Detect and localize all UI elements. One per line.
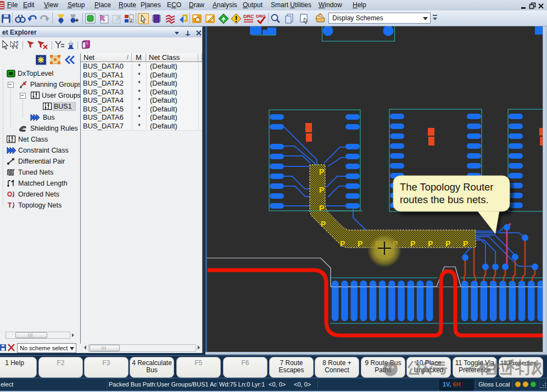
svg-text:P: P — [340, 239, 345, 248]
svg-text:routes the bus nets.: routes the bus nets. — [400, 194, 489, 205]
svg-text:P: P — [319, 186, 324, 194]
svg-text:P: P — [358, 239, 362, 248]
svg-text:P: P — [410, 239, 415, 248]
svg-text:DRC: DRC — [243, 14, 254, 19]
svg-text:2: 2 — [130, 18, 133, 23]
svg-text:T: T — [8, 201, 12, 209]
svg-text:P: P — [463, 239, 468, 248]
svg-text:P: P — [319, 204, 324, 212]
svg-text:The Topology Router: The Topology Router — [400, 181, 493, 193]
svg-text:P: P — [445, 239, 450, 248]
svg-text:O: O — [7, 191, 12, 198]
svg-text:P: P — [319, 167, 324, 176]
svg-text:P: P — [428, 239, 433, 248]
svg-text:P: P — [321, 220, 326, 228]
